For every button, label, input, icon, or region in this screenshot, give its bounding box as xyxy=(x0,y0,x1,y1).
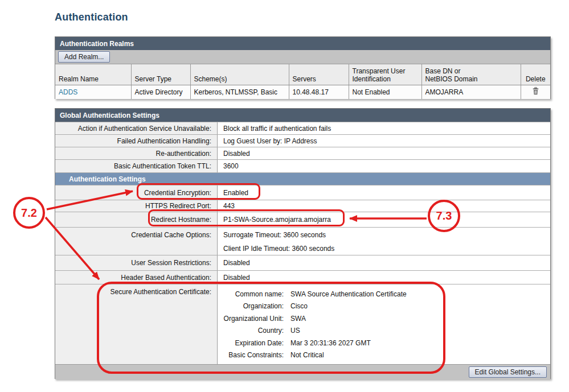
col-delete: Delete xyxy=(521,64,550,85)
row-https-redirect-port: HTTPS Redirect Port: 443 xyxy=(55,200,550,212)
col-server-type: Server Type xyxy=(131,64,190,85)
cert-field-label: Organization: xyxy=(223,302,290,310)
row-re-authentication: Re-authentication: Disabled xyxy=(55,147,550,159)
row-value: Disabled xyxy=(218,255,550,270)
row-header-based-authentication: Header Based Authentication: Disabled xyxy=(55,270,550,284)
global-panel-footer: Edit Global Settings... xyxy=(55,364,550,379)
authentication-page: Authentication Authentication Realms Add… xyxy=(0,0,569,392)
realms-header-row: Realm Name Server Type Scheme(s) Servers… xyxy=(55,64,550,85)
cert-field-value: US xyxy=(290,327,300,335)
row-value: P1-SWA-Source.amojarra.amojarra xyxy=(218,212,550,227)
cert-basic-constraints: Basic Constraints: Not Critical xyxy=(223,349,324,362)
row-basic-auth-token-ttl: Basic Authentication Token TTL: 3600 xyxy=(55,159,550,172)
cert-field-label: Organizational Unit: xyxy=(223,315,290,323)
row-credential-encryption: Credential Encryption: Enabled xyxy=(55,185,550,200)
row-label: Secure Authentication Certificate: xyxy=(55,284,218,364)
row-value: Log Guest User by: IP Address xyxy=(218,135,550,147)
global-panel-header: Global Authentication Settings xyxy=(55,109,550,122)
cert-common-name: Common name: SWA Source Authentication C… xyxy=(223,288,407,300)
row-failed-auth-handling: Failed Authentication Handling: Log Gues… xyxy=(55,134,550,147)
realm-schemes: Kerberos, NTLMSSP, Basic xyxy=(190,85,289,99)
cert-field-label: Basic Constraints: xyxy=(223,351,290,359)
row-value: 3600 xyxy=(218,160,550,172)
row-label: Failed Authentication Handling: xyxy=(55,135,218,147)
col-base-dn: Base DN or NetBIOS Domain xyxy=(421,64,521,85)
row-label: Redirect Hostname: xyxy=(55,212,218,227)
add-realm-button[interactable]: Add Realm... xyxy=(58,51,110,63)
cert-organization: Organization: Cisco xyxy=(223,300,308,313)
realm-server-type: Active Directory xyxy=(131,85,190,99)
row-secure-auth-certificate: Secure Authentication Certificate: Commo… xyxy=(55,284,550,364)
trash-icon[interactable] xyxy=(532,87,539,97)
authentication-realms-panel: Authentication Realms Add Realm... Realm… xyxy=(55,36,551,99)
credential-cache-values: Surrogate Timeout: 3600 seconds Client I… xyxy=(218,228,550,255)
realm-name-link[interactable]: ADDS xyxy=(59,88,77,96)
page-title: Authentication xyxy=(55,11,128,23)
realms-toolbar: Add Realm... xyxy=(55,50,550,64)
col-transparent-user-identification: Transparent User Identification xyxy=(349,64,421,85)
client-ip-idle-timeout: Client IP Idle Timeout: 3600 seconds xyxy=(223,245,334,253)
cert-field-value: Not Critical xyxy=(290,351,324,359)
col-realm-name: Realm Name xyxy=(55,64,131,85)
row-label: Action if Authentication Service Unavail… xyxy=(55,122,218,134)
realm-transparent-user-identification: Not Enabled xyxy=(349,85,421,99)
realm-table-row: ADDS Active Directory Kerberos, NTLMSSP,… xyxy=(55,85,550,99)
row-user-session-restrictions: User Session Restrictions: Disabled xyxy=(55,255,550,270)
cert-field-label: Expiration Date: xyxy=(223,339,290,347)
surrogate-timeout: Surrogate Timeout: 3600 seconds xyxy=(223,231,326,239)
cert-expiration-date: Expiration Date: Mar 3 20:31:36 2027 GMT xyxy=(223,337,371,349)
realms-table: Realm Name Server Type Scheme(s) Servers… xyxy=(55,64,550,99)
auth-settings-subheader: Authentication Settings xyxy=(55,172,550,185)
realms-panel-header: Authentication Realms xyxy=(55,37,550,50)
row-label: User Session Restrictions: xyxy=(55,255,218,270)
row-label: Re-authentication: xyxy=(55,147,218,159)
col-schemes: Scheme(s) xyxy=(190,64,289,85)
realm-base-dn: AMOJARRA xyxy=(421,85,521,99)
row-label: Basic Authentication Token TTL: xyxy=(55,160,218,172)
row-label: Header Based Authentication: xyxy=(55,271,218,284)
certificate-details: Common name: SWA Source Authentication C… xyxy=(218,284,550,364)
row-credential-cache-options: Credential Cache Options: Surrogate Time… xyxy=(55,227,550,255)
row-value: Block all traffic if authentication fail… xyxy=(218,122,550,134)
realm-servers: 10.48.48.17 xyxy=(289,85,349,99)
global-auth-settings-panel: Global Authentication Settings Action if… xyxy=(55,108,551,379)
cert-country: Country: US xyxy=(223,325,300,337)
cert-field-label: Common name: xyxy=(223,290,290,298)
cert-field-value: SWA xyxy=(290,315,306,323)
edit-global-settings-button[interactable]: Edit Global Settings... xyxy=(469,366,547,378)
col-servers: Servers xyxy=(289,64,349,85)
row-redirect-hostname: Redirect Hostname: P1-SWA-Source.amojarr… xyxy=(55,212,550,227)
cert-field-value: Mar 3 20:31:36 2027 GMT xyxy=(290,339,371,347)
row-label: Credential Encryption: xyxy=(55,185,218,200)
cert-field-label: Country: xyxy=(223,327,290,335)
row-value: Disabled xyxy=(218,271,550,284)
row-service-unavailable: Action if Authentication Service Unavail… xyxy=(55,122,550,134)
row-value: Enabled xyxy=(218,185,550,200)
step-badge-7-2: 7.2 xyxy=(13,197,45,229)
row-label: HTTPS Redirect Port: xyxy=(55,200,218,212)
cert-field-value: SWA Source Authentication Certificate xyxy=(290,290,407,298)
row-value: 443 xyxy=(218,200,550,212)
row-value: Disabled xyxy=(218,147,550,159)
row-label: Credential Cache Options: xyxy=(55,228,218,255)
cert-organizational-unit: Organizational Unit: SWA xyxy=(223,312,306,325)
cert-field-value: Cisco xyxy=(290,302,308,310)
